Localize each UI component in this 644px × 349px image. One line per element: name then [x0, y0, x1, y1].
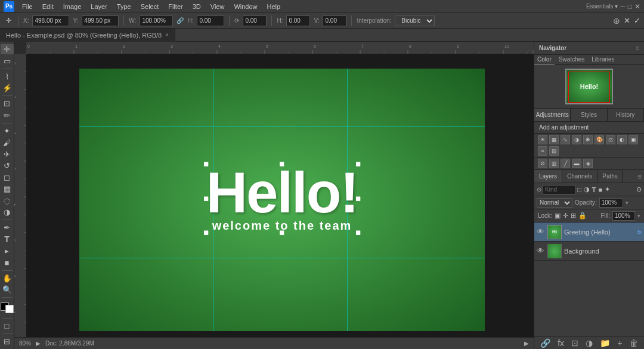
hand-tool[interactable]: ✋ — [1, 273, 14, 283]
y-input[interactable] — [82, 16, 119, 26]
layer-filter-toggle[interactable]: ⊙ — [636, 186, 642, 193]
transform-handle-tc[interactable] — [280, 162, 284, 166]
layer-filter-smart-icon[interactable]: ✦ — [605, 186, 610, 193]
brush-tool[interactable]: 🖌 — [1, 137, 14, 147]
x-input[interactable] — [32, 16, 69, 26]
menu-image[interactable]: Image — [59, 2, 86, 11]
adj-photo-filter-icon[interactable]: ▣ — [628, 135, 638, 144]
doc-tab[interactable]: Hello - Example.psd @ 80% (Greeting (Hel… — [0, 29, 175, 42]
transform-handle-tl[interactable] — [204, 162, 208, 166]
navigator-header[interactable]: Navigator ≡ — [534, 42, 644, 55]
adj-levels-icon[interactable]: ▦ — [549, 135, 559, 144]
minimize-btn[interactable]: ─ — [620, 2, 626, 11]
layer-filter-adj-icon[interactable]: ◑ — [584, 186, 590, 193]
menu-help[interactable]: Help — [263, 2, 285, 11]
quick-selection-tool[interactable]: ⚡ — [1, 83, 14, 93]
adj-color-balance-icon[interactable]: ⚖ — [606, 135, 615, 144]
tab-history[interactable]: History — [608, 109, 644, 121]
adj-selective-color-icon[interactable]: ◈ — [583, 159, 593, 168]
layer-new-btn[interactable]: + — [618, 338, 623, 348]
maximize-btn[interactable]: □ — [628, 2, 632, 11]
layers-panel-menu-icon[interactable]: ≡ — [637, 172, 642, 181]
crop-tool[interactable]: ⊡ — [1, 98, 14, 109]
lock-pixels-icon[interactable]: ▣ — [555, 212, 561, 220]
adj-threshold-icon[interactable]: ╱ — [561, 159, 570, 168]
layer-adj-btn[interactable]: ◑ — [586, 338, 593, 348]
h-input[interactable] — [197, 16, 224, 26]
tab-paths[interactable]: Paths — [597, 170, 623, 183]
history-brush-tool[interactable]: ↺ — [1, 160, 14, 171]
v-skew-input[interactable] — [323, 16, 346, 26]
layer-filter-pixel-icon[interactable]: □ — [577, 186, 581, 193]
adj-gradient-map-icon[interactable]: ▬ — [572, 159, 581, 168]
layer-delete-btn[interactable]: 🗑 — [630, 338, 638, 348]
adj-brightness-icon[interactable]: ☀ — [538, 135, 547, 144]
close-tab-btn[interactable]: × — [165, 32, 169, 38]
adj-bw-icon[interactable]: ◐ — [617, 135, 627, 144]
tab-color[interactable]: Color — [534, 55, 555, 64]
transform-handle-bl[interactable] — [204, 231, 208, 235]
type-tool[interactable]: T — [1, 234, 14, 245]
menu-view[interactable]: View — [206, 2, 229, 11]
adj-vibrance-icon[interactable]: ❋ — [583, 135, 593, 144]
menu-select[interactable]: Select — [137, 2, 163, 11]
tab-channels[interactable]: Channels — [562, 170, 597, 183]
transform-handle-ml[interactable] — [204, 196, 208, 200]
healing-brush-tool[interactable]: ✦ — [1, 126, 14, 136]
close-btn[interactable]: ✕ — [634, 2, 640, 11]
gradient-tool[interactable]: ▦ — [1, 184, 14, 194]
layer-item-background[interactable]: 👁 Background — [534, 242, 644, 261]
warp-icon[interactable]: ⊕ — [613, 16, 620, 26]
menu-file[interactable]: File — [18, 2, 37, 11]
tab-adjustments[interactable]: Adjustments — [534, 109, 571, 121]
transform-handle-tr[interactable] — [356, 162, 360, 166]
clone-stamp-tool[interactable]: ✈ — [1, 149, 14, 159]
lock-all-icon[interactable]: 🔒 — [578, 212, 587, 220]
zoom-tool[interactable]: 🔍 — [1, 285, 14, 295]
move-tool[interactable]: ✛ — [1, 44, 14, 54]
adj-color-lookup-icon[interactable]: ▤ — [549, 146, 559, 156]
fill-input[interactable] — [612, 211, 635, 221]
menu-3d[interactable]: 3D — [188, 2, 205, 11]
transform-handle-bc[interactable] — [280, 231, 284, 235]
layer-fx-greeting[interactable]: fx — [637, 229, 642, 235]
tab-layers[interactable]: Layers — [534, 170, 562, 183]
kind-filter-input[interactable] — [543, 185, 575, 194]
layer-filter-shape-icon[interactable]: ■ — [598, 186, 602, 193]
layer-group-btn[interactable]: 📁 — [600, 338, 610, 348]
menu-window[interactable]: Window — [230, 2, 261, 11]
rotate-input[interactable] — [243, 16, 267, 26]
eraser-tool[interactable]: ◻ — [1, 172, 14, 183]
layer-filter-type-icon[interactable]: T — [592, 186, 596, 193]
menu-edit[interactable]: Edit — [38, 2, 58, 11]
menu-filter[interactable]: Filter — [164, 2, 187, 11]
tab-styles[interactable]: Styles — [571, 109, 607, 121]
layer-mask-btn[interactable]: ⊡ — [571, 338, 578, 348]
tab-swatches[interactable]: Swatches — [556, 55, 587, 64]
blend-mode-select[interactable]: Normal — [537, 198, 572, 208]
opacity-input[interactable] — [599, 198, 623, 208]
adj-hsl-icon[interactable]: 🎨 — [595, 135, 604, 144]
confirm-transform-icon[interactable]: ✓ — [634, 16, 640, 25]
layer-link-btn[interactable]: 🔗 — [540, 338, 550, 348]
layer-fx-btn[interactable]: fx — [558, 338, 564, 348]
eyedropper-tool[interactable]: ✏ — [1, 110, 14, 121]
layer-item-greeting[interactable]: 👁 Hi Greeting (Hello) fx — [534, 223, 644, 242]
adj-curves-icon[interactable]: ∿ — [561, 135, 570, 144]
menu-layer[interactable]: Layer — [86, 2, 112, 11]
dodge-tool[interactable]: ◑ — [1, 207, 14, 217]
h-skew-input[interactable] — [286, 16, 310, 26]
w-input[interactable] — [140, 16, 173, 26]
layer-visibility-background[interactable]: 👁 — [537, 246, 545, 255]
shape-tool[interactable]: ■ — [1, 257, 14, 267]
lasso-tool[interactable]: ⌇ — [1, 72, 14, 82]
lock-move-icon[interactable]: ✛ — [563, 212, 568, 220]
adj-posterize-icon[interactable]: ▥ — [549, 159, 559, 168]
screen-mode-btn[interactable]: ⊟ — [1, 336, 14, 347]
adj-invert-icon[interactable]: ⊘ — [538, 159, 547, 168]
background-color[interactable] — [5, 305, 14, 313]
adj-channel-mixer-icon[interactable]: ≡ — [538, 146, 547, 156]
layer-visibility-greeting[interactable]: 👁 — [537, 227, 545, 236]
transform-handle-mr[interactable] — [356, 196, 360, 200]
tab-libraries[interactable]: Libraries — [589, 55, 617, 64]
